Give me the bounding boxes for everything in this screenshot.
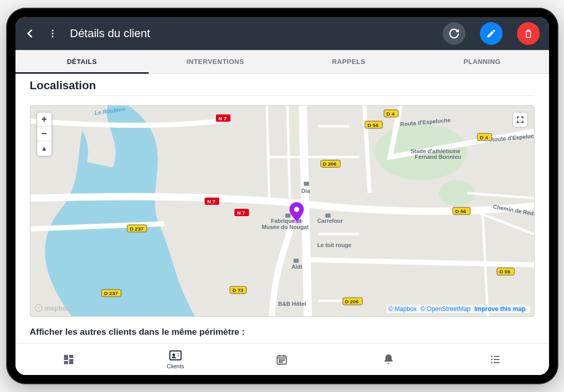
list-icon [489, 353, 502, 366]
svg-point-53 [178, 355, 179, 356]
svg-text:D 237: D 237 [130, 226, 143, 232]
map-canvas: Le Roubion Route d'Espeluche Route d'Esp… [30, 106, 534, 316]
map-poi-stade: Stade d'athlétismeFernand Bonnieu [410, 148, 461, 160]
app-screen: Détails du client DÉTAILS INTERVENTIONS … [15, 17, 549, 375]
map-shield-d73: D 73 [230, 286, 246, 293]
map-shield-d206-b: D 206 [343, 298, 362, 305]
svg-point-60 [491, 355, 493, 357]
map-compass[interactable]: ▲ [37, 141, 52, 156]
bell-icon [382, 353, 395, 366]
svg-text:D 56: D 56 [499, 269, 510, 274]
svg-point-1 [52, 32, 53, 34]
tab-planning[interactable]: PLANNING [415, 50, 549, 73]
fullscreen-icon [516, 116, 524, 124]
section-localisation-title: Localisation [30, 79, 535, 92]
refresh-button[interactable] [443, 22, 465, 45]
svg-text:D 4: D 4 [386, 111, 395, 117]
bottom-nav: Clients [15, 343, 549, 375]
nav-dashboard[interactable] [15, 344, 122, 375]
svg-text:N 7: N 7 [237, 210, 245, 216]
svg-point-64 [491, 362, 493, 363]
address-book-icon [169, 349, 182, 362]
svg-rect-47 [69, 355, 73, 358]
refresh-icon [448, 28, 460, 39]
svg-point-44 [294, 207, 299, 212]
map-zoom-out[interactable]: − [37, 127, 52, 141]
svg-text:D 4: D 4 [480, 135, 488, 140]
nav-calendar[interactable] [229, 344, 335, 375]
svg-rect-46 [64, 355, 68, 360]
map-shield-d56-c: D 56 [496, 268, 514, 275]
svg-text:D 206: D 206 [345, 299, 359, 304]
map-attribution: © Mapbox © OpenStreetMap Improve this ma… [386, 305, 530, 313]
map-attrib-mapbox[interactable]: © Mapbox [389, 305, 417, 313]
map-shield-n7-mid2: N 7 [234, 208, 249, 217]
map-fullscreen-button[interactable] [512, 112, 528, 127]
svg-rect-50 [170, 351, 181, 360]
svg-point-0 [52, 30, 53, 31]
back-button[interactable] [25, 28, 36, 39]
svg-text:D 56: D 56 [455, 208, 466, 214]
svg-point-51 [172, 353, 175, 356]
mapbox-logo-icon [35, 304, 43, 312]
tablet-frame: Détails du client DÉTAILS INTERVENTIONS … [6, 8, 558, 384]
svg-point-55 [279, 360, 280, 361]
delete-button[interactable] [517, 22, 540, 45]
svg-point-56 [281, 360, 282, 361]
map-shield-d4-b: D 4 [477, 134, 492, 141]
page-title: Détails du client [70, 27, 150, 40]
more-vertical-icon [47, 28, 58, 39]
svg-text:Dia: Dia [301, 188, 310, 194]
calendar-icon [276, 353, 288, 366]
svg-rect-8 [285, 214, 290, 218]
svg-point-62 [491, 358, 493, 360]
nav-menu[interactable] [442, 344, 549, 375]
map-shield-d4-a: D 4 [384, 110, 398, 117]
svg-rect-65 [494, 362, 499, 363]
map-marker-client[interactable] [289, 202, 303, 223]
map-shield-n7-top: N 7 [215, 114, 231, 122]
svg-rect-63 [494, 359, 499, 360]
map-shield-d56-a: D 56 [365, 121, 382, 128]
svg-rect-6 [303, 182, 309, 186]
svg-point-52 [178, 353, 179, 354]
tab-interventions[interactable]: INTERVENTIONS [149, 50, 282, 73]
tab-details[interactable]: DÉTAILS [15, 50, 149, 73]
mapbox-logo-text: mapbox [45, 304, 71, 312]
map[interactable]: Le Roubion Route d'Espeluche Route d'Esp… [30, 105, 535, 317]
nav-notifications[interactable] [335, 344, 442, 375]
map-attrib-improve[interactable]: Improve this map [474, 305, 525, 313]
svg-text:D 73: D 73 [232, 287, 243, 293]
svg-rect-10 [325, 214, 330, 218]
map-zoom-controls: + − ▲ [37, 112, 52, 156]
svg-text:N 7: N 7 [207, 199, 215, 204]
map-poi-bbhotel: B&B Hôtel [278, 301, 306, 307]
trash-icon [523, 28, 534, 39]
map-shield-d56-b: D 56 [453, 207, 470, 215]
nav-clients[interactable]: Clients [122, 344, 229, 375]
svg-text:Stade d'athlétismeFernand Bonn: Stade d'athlétismeFernand Bonnieu [410, 148, 461, 160]
svg-text:N 7: N 7 [218, 116, 227, 121]
svg-point-57 [283, 360, 284, 361]
map-shield-d237-b: D 237 [101, 289, 121, 297]
mapbox-logo: mapbox [35, 304, 71, 312]
map-zoom-in[interactable]: + [37, 112, 52, 127]
svg-text:D 206: D 206 [323, 161, 336, 167]
tab-rappels[interactable]: RAPPELS [282, 50, 416, 73]
more-button[interactable] [47, 28, 58, 39]
chevron-left-icon [25, 28, 36, 39]
svg-rect-49 [64, 361, 68, 364]
svg-text:B&B Hôtel: B&B Hôtel [278, 301, 306, 307]
svg-rect-61 [494, 356, 499, 357]
edit-button[interactable] [480, 22, 503, 45]
svg-text:Aldi: Aldi [291, 264, 302, 270]
pencil-icon [486, 28, 496, 39]
perimeter-label: Afficher les autres clients dans le même… [30, 327, 535, 337]
map-shield-d206-a: D 206 [320, 160, 340, 167]
svg-rect-13 [293, 259, 298, 263]
map-attrib-osm[interactable]: © OpenStreetMap [421, 305, 471, 313]
svg-point-58 [279, 362, 280, 363]
svg-point-59 [281, 362, 282, 363]
divider [30, 95, 535, 96]
svg-rect-48 [69, 359, 73, 364]
